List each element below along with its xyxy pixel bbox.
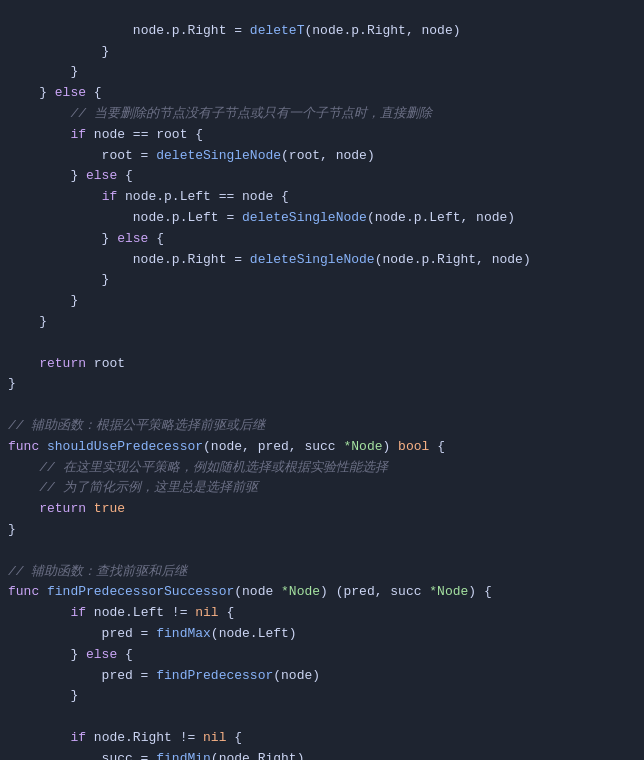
code-line bbox=[0, 395, 644, 416]
code-line: } bbox=[0, 42, 644, 63]
code-text: node.p.Right = deleteSingleNode(node.p.R… bbox=[8, 250, 636, 271]
code-line: func findPredecessorSuccessor(node *Node… bbox=[0, 582, 644, 603]
code-text: root = deleteSingleNode(root, node) bbox=[8, 146, 636, 167]
code-line: return root bbox=[0, 354, 644, 375]
code-line: return true bbox=[0, 499, 644, 520]
code-line: // 辅助函数：查找前驱和后继 bbox=[0, 562, 644, 583]
code-line: // 在这里实现公平策略，例如随机选择或根据实验性能选择 bbox=[0, 458, 644, 479]
code-line: if node == root { bbox=[0, 125, 644, 146]
code-line bbox=[0, 333, 644, 354]
code-text: } else { bbox=[8, 83, 636, 104]
code-text: // 为了简化示例，这里总是选择前驱 bbox=[8, 478, 636, 499]
code-line bbox=[0, 541, 644, 562]
code-line: pred = findMax(node.Left) bbox=[0, 624, 644, 645]
code-line: } bbox=[0, 62, 644, 83]
code-line: } else { bbox=[0, 83, 644, 104]
code-text: pred = findMax(node.Left) bbox=[8, 624, 636, 645]
code-line: root = deleteSingleNode(root, node) bbox=[0, 146, 644, 167]
code-line: } bbox=[0, 312, 644, 333]
code-text bbox=[8, 395, 636, 416]
code-text: if node.Left != nil { bbox=[8, 603, 636, 624]
code-line: // 为了简化示例，这里总是选择前驱 bbox=[0, 478, 644, 499]
code-line: pred = findPredecessor(node) bbox=[0, 666, 644, 687]
code-text: } bbox=[8, 270, 636, 291]
code-text: succ = findMin(node.Right) bbox=[8, 749, 636, 760]
code-text: } bbox=[8, 62, 636, 83]
code-text: // 在这里实现公平策略，例如随机选择或根据实验性能选择 bbox=[8, 458, 636, 479]
code-text bbox=[8, 541, 636, 562]
code-text: } else { bbox=[8, 229, 636, 250]
code-text: func shouldUsePredecessor(node, pred, su… bbox=[8, 437, 636, 458]
code-text: if node == root { bbox=[8, 125, 636, 146]
code-line: } bbox=[0, 686, 644, 707]
code-text: } bbox=[8, 520, 636, 541]
code-text bbox=[8, 707, 636, 728]
code-editor: node.p.Right = deleteT(node.p.Right, nod… bbox=[0, 0, 644, 760]
code-line: if node.Right != nil { bbox=[0, 728, 644, 749]
code-text: // 辅助函数：根据公平策略选择前驱或后继 bbox=[8, 416, 636, 437]
code-text: } bbox=[8, 374, 636, 395]
code-text: node.p.Right = deleteT(node.p.Right, nod… bbox=[8, 21, 636, 42]
code-line: // 辅助函数：根据公平策略选择前驱或后继 bbox=[0, 416, 644, 437]
code-text: // 辅助函数：查找前驱和后继 bbox=[8, 562, 636, 583]
code-line: } else { bbox=[0, 645, 644, 666]
code-text: } bbox=[8, 291, 636, 312]
code-text: pred = findPredecessor(node) bbox=[8, 666, 636, 687]
code-line: succ = findMin(node.Right) bbox=[0, 749, 644, 760]
code-line: func shouldUsePredecessor(node, pred, su… bbox=[0, 437, 644, 458]
code-line: node.p.Right = deleteSingleNode(node.p.R… bbox=[0, 250, 644, 271]
code-line: if node.p.Left == node { bbox=[0, 187, 644, 208]
code-text: return root bbox=[8, 354, 636, 375]
code-text: } else { bbox=[8, 645, 636, 666]
code-text: } bbox=[8, 312, 636, 333]
code-line: if node.Left != nil { bbox=[0, 603, 644, 624]
code-text: func findPredecessorSuccessor(node *Node… bbox=[8, 582, 636, 603]
code-line: } bbox=[0, 374, 644, 395]
code-line: } else { bbox=[0, 166, 644, 187]
code-text: return true bbox=[8, 499, 636, 520]
code-text: if node.p.Left == node { bbox=[8, 187, 636, 208]
code-text: // 当要删除的节点没有子节点或只有一个子节点时，直接删除 bbox=[8, 104, 636, 125]
code-line bbox=[0, 707, 644, 728]
code-line: // 当要删除的节点没有子节点或只有一个子节点时，直接删除 bbox=[0, 104, 644, 125]
code-text bbox=[8, 333, 636, 354]
code-text: } else { bbox=[8, 166, 636, 187]
code-line: node.p.Left = deleteSingleNode(node.p.Le… bbox=[0, 208, 644, 229]
code-text: } bbox=[8, 42, 636, 63]
code-text: if node.Right != nil { bbox=[8, 728, 636, 749]
code-line: node.p.Right = deleteT(node.p.Right, nod… bbox=[0, 21, 644, 42]
code-text: node.p.Left = deleteSingleNode(node.p.Le… bbox=[8, 208, 636, 229]
code-line: } else { bbox=[0, 229, 644, 250]
code-text: } bbox=[8, 686, 636, 707]
code-line: } bbox=[0, 291, 644, 312]
code-line: } bbox=[0, 270, 644, 291]
code-line: } bbox=[0, 520, 644, 541]
